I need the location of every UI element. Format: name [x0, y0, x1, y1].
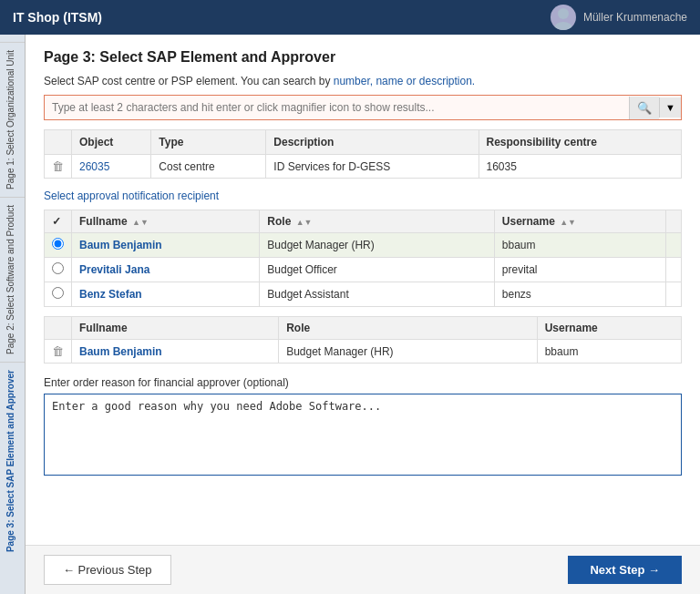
page-title: Page 3: Select SAP Element and Approver	[44, 49, 682, 66]
approver-row-1: Baum Benjamin Budget Manager (HR) bbaum	[45, 233, 682, 258]
sel-row-username: bbaum	[537, 340, 681, 364]
col-fullname: Fullname ▲▼	[72, 210, 260, 233]
search-container: 🔍 ▼	[44, 95, 682, 120]
sel-col-username: Username	[537, 317, 681, 340]
table-row: 🗑 26035 Cost centre ID Services for D-GE…	[45, 155, 682, 179]
scroll-spacer-2	[666, 258, 682, 282]
app-title: IT Shop (ITSM)	[13, 10, 102, 25]
approver-username-1: bbaum	[494, 233, 665, 258]
approver-username-2: prevital	[494, 258, 665, 282]
search-button[interactable]: 🔍	[629, 97, 659, 119]
col-type: Type	[151, 130, 266, 155]
col-responsibility: Responsibility centre	[479, 130, 682, 155]
approver-row-3: Benz Stefan Budget Assistant benzs	[45, 282, 682, 307]
sel-col-icon	[45, 317, 72, 340]
sel-col-fullname: Fullname	[72, 317, 279, 340]
approver-username-3: benzs	[494, 282, 665, 307]
app-header: IT Shop (ITSM) Müller Krummenache	[0, 0, 700, 35]
sel-row-fullname: Baum Benjamin	[72, 340, 279, 364]
radio-cell-1[interactable]	[45, 233, 72, 258]
approver-role-2: Budget Officer	[260, 258, 495, 282]
col-username: Username ▲▼	[494, 210, 665, 233]
col-description: Description	[266, 130, 479, 155]
approver-role-1: Budget Manager (HR)	[260, 233, 495, 258]
sap-object-table: Object Type Description Responsibility c…	[44, 129, 682, 179]
selected-approver-row: 🗑 Baum Benjamin Budget Manager (HR) bbau…	[45, 340, 682, 364]
approver-row-2: Previtali Jana Budget Officer prevital	[45, 258, 682, 282]
approver-selection-table: ✓ Fullname ▲▼ Role ▲▼ Username ▲▼ Baum B…	[44, 210, 682, 307]
radio-cell-3[interactable]	[45, 282, 72, 307]
approver-role-3: Budget Assistant	[260, 282, 495, 307]
avatar	[551, 5, 576, 30]
order-reason-textarea[interactable]: Enter a good reason why you need Adobe S…	[44, 394, 682, 476]
sel-row-role: Budget Manager (HR)	[279, 340, 538, 364]
scroll-spacer-1	[666, 233, 682, 258]
main-layout: Page 1: Select Organizational Unit Page …	[0, 35, 700, 594]
row-action[interactable]: 🗑	[45, 155, 72, 179]
sidebar-item-1[interactable]: Page 1: Select Organizational Unit	[0, 42, 25, 197]
main-content: Page 3: Select SAP Element and Approver …	[26, 35, 700, 545]
svg-point-0	[558, 8, 569, 19]
next-step-button[interactable]: Next Step →	[568, 556, 682, 584]
row-description: ID Services for D-GESS	[266, 155, 479, 179]
instruction-text: Select SAP cost centre or PSP element. Y…	[44, 75, 682, 87]
sidebar-item-2[interactable]: Page 2: Select Software and Product	[0, 197, 25, 362]
approval-section-label: Select approval notification recipient	[44, 189, 682, 202]
prev-step-button[interactable]: ← Previous Step	[44, 555, 171, 585]
search-input[interactable]	[45, 96, 629, 119]
search-dropdown-button[interactable]: ▼	[659, 97, 681, 118]
approver-fullname-2: Previtali Jana	[72, 258, 260, 282]
col-radio: ✓	[45, 210, 72, 233]
radio-cell-2[interactable]	[45, 258, 72, 282]
row-type: Cost centre	[151, 155, 266, 179]
user-name: Müller Krummenache	[583, 11, 687, 24]
scroll-spacer-3	[666, 282, 682, 307]
row-responsibility: 16035	[479, 155, 682, 179]
col-scroll	[666, 210, 682, 233]
sel-col-role: Role	[279, 317, 538, 340]
col-role: Role ▲▼	[260, 210, 495, 233]
row-object: 26035	[72, 155, 151, 179]
sidebar: Page 1: Select Organizational Unit Page …	[0, 35, 26, 594]
approver-fullname-3: Benz Stefan	[72, 282, 260, 307]
svg-point-1	[554, 22, 572, 30]
footer: ← Previous Step Next Step →	[26, 545, 700, 594]
sel-row-icon[interactable]: 🗑	[45, 340, 72, 364]
sidebar-item-3[interactable]: Page 3: Select SAP Element and Approver	[0, 362, 25, 559]
selected-approver-table: Fullname Role Username 🗑 Baum Benjamin B…	[44, 316, 682, 364]
col-object	[45, 130, 72, 155]
col-object-label: Object	[72, 130, 151, 155]
textarea-label: Enter order reason for financial approve…	[44, 376, 682, 389]
user-info: Müller Krummenache	[551, 5, 687, 30]
approver-fullname-1: Baum Benjamin	[72, 233, 260, 258]
